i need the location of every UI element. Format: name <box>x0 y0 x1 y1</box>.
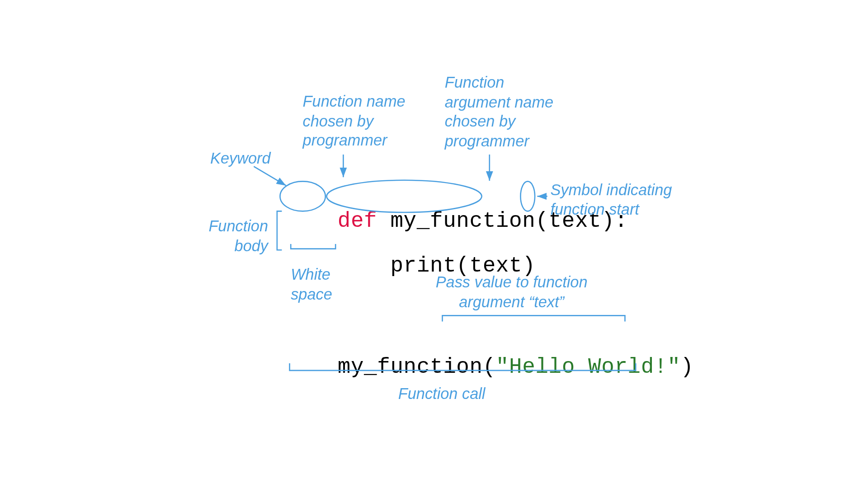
label-body: Function body <box>208 216 268 255</box>
function-syntax-diagram: def my_function(text): print(text) my_fu… <box>76 35 792 453</box>
call-prefix: my_function( <box>338 355 496 380</box>
call-suffix: ) <box>680 355 693 380</box>
svg-line-3 <box>254 166 286 185</box>
label-arg-name: Function argument name chosen by program… <box>445 73 553 150</box>
label-func-name: Function name chosen by programmer <box>303 92 406 150</box>
label-keyword: Keyword <box>210 149 271 168</box>
label-pass-value: Pass value to function argument “text” <box>422 272 601 311</box>
label-whitespace: White space <box>291 265 332 304</box>
label-symbol: Symbol indicating function start <box>550 180 672 219</box>
code-line-call: my_function("Hello World!") <box>285 330 694 404</box>
label-function-call: Function call <box>398 384 486 404</box>
call-string: "Hello World!" <box>496 355 680 380</box>
